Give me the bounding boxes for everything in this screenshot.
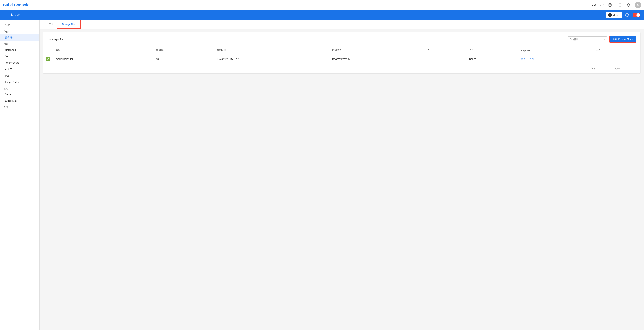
table-header: StorageShim × 创建 StorageShim <box>43 32 640 46</box>
sidebar-item-tensorboard[interactable]: TensorBoard <box>0 60 39 66</box>
app-title: Build Console <box>3 3 30 7</box>
search-clear-icon[interactable]: × <box>604 38 605 41</box>
apps-icon <box>617 3 621 7</box>
translate-icon: 文A <box>591 3 596 7</box>
table-container: StorageShim × 创建 StorageShim 名称 存 <box>43 32 640 73</box>
pagination: 10 行 ▾ ⟨| ‹ 1-1 总计 1 › |⟩ <box>43 64 640 73</box>
sort-icon[interactable]: ↓ <box>227 49 228 51</box>
tab-storageshim[interactable]: StorageShim <box>57 20 81 29</box>
sidebar-item-persistent-volume[interactable]: 持久卷 <box>0 34 39 41</box>
col-size: 大小 <box>424 46 466 54</box>
table-row: ✅ model-baichuan2 s3 10/24/2023 15:13:01… <box>43 54 640 64</box>
create-storageshim-button[interactable]: 创建 StorageShim <box>609 36 636 43</box>
svg-rect-7 <box>620 5 621 5</box>
rows-per-page-label: 10 行 <box>588 67 593 70</box>
next-page-button[interactable]: › <box>624 66 630 71</box>
sidebar-section-build: 构建 <box>0 41 39 47</box>
col-more: 更多 <box>593 46 640 54</box>
page-info: 1-1 总计 1 <box>611 67 622 70</box>
table-header-row: 名称 存储类型 创建时间 ↓ 访问模式 大小 阶段 Explorer 更多 <box>43 46 640 54</box>
demo-button[interactable]: demo <box>606 12 622 18</box>
row-phase: Bound <box>466 54 518 64</box>
close-button[interactable]: 关闭 <box>529 57 534 61</box>
demo-avatar <box>608 13 612 17</box>
col-access-mode: 访问模式 <box>329 46 424 54</box>
search-icon <box>570 38 572 41</box>
row-access-mode: ReadWriteMany <box>329 54 424 64</box>
sidebar-item-pod[interactable]: Pod <box>0 72 39 79</box>
col-explorer: Explorer <box>518 46 593 54</box>
row-explorer: 恢复 | 关闭 <box>518 54 593 64</box>
svg-rect-5 <box>618 5 618 5</box>
sub-header: 持久卷 demo <box>0 10 644 20</box>
svg-point-12 <box>570 38 572 40</box>
svg-rect-3 <box>619 3 620 4</box>
top-navbar: Build Console 文A 中文 ▾ <box>0 0 644 10</box>
search-box: × <box>568 36 607 42</box>
last-page-button[interactable]: |⟩ <box>631 66 636 71</box>
prev-page-button[interactable]: ‹ <box>603 66 608 71</box>
help-icon <box>608 3 612 7</box>
bell-icon <box>626 3 630 7</box>
main-layout: 总览 存储 持久卷 构建 Notebook Job TensorBoard Au… <box>0 20 644 330</box>
hamburger-menu[interactable] <box>4 13 8 17</box>
sidebar-section-storage: 存储 <box>0 28 39 34</box>
explorer-divider: | <box>527 57 529 60</box>
rows-per-page: 10 行 ▾ <box>588 67 595 70</box>
sidebar-section-assist: 辅助 <box>0 85 39 91</box>
notification-button[interactable] <box>625 2 632 8</box>
data-table: 名称 存储类型 创建时间 ↓ 访问模式 大小 阶段 Explorer 更多 <box>43 46 640 64</box>
demo-label: demo <box>613 14 619 16</box>
lang-selector[interactable]: 文A 中文 ▾ <box>591 3 604 7</box>
svg-rect-6 <box>619 5 620 5</box>
first-page-button[interactable]: ⟨| <box>597 66 602 71</box>
lang-label: 中文 <box>597 3 602 7</box>
sub-header-right: demo <box>606 12 640 18</box>
sidebar-section-about: 关于 <box>0 104 39 110</box>
sidebar-item-overview[interactable]: 总览 <box>0 21 39 28</box>
col-create-time: 创建时间 ↓ <box>214 46 329 54</box>
svg-rect-9 <box>619 6 620 6</box>
sidebar-item-secret[interactable]: Secret <box>0 91 39 98</box>
apps-button[interactable] <box>616 2 622 8</box>
restore-button[interactable]: 恢复 <box>521 57 526 61</box>
help-button[interactable] <box>606 2 613 8</box>
col-phase: 阶段 <box>466 46 518 54</box>
toggle-switch[interactable] <box>632 13 640 17</box>
table-title: StorageShim <box>48 37 66 41</box>
sidebar-item-job[interactable]: Job <box>0 53 39 60</box>
person-icon <box>636 3 640 7</box>
sidebar-item-autotune[interactable]: AutoTune <box>0 66 39 72</box>
sidebar-item-notebook[interactable]: Notebook <box>0 47 39 53</box>
svg-rect-2 <box>618 3 618 4</box>
top-nav-right: 文A 中文 ▾ <box>591 2 641 8</box>
row-name: model-baichuan2 <box>53 54 153 64</box>
refresh-icon <box>625 13 629 17</box>
row-size: - <box>424 54 466 64</box>
sidebar-item-configmap[interactable]: ConfigMap <box>0 98 39 104</box>
row-storage-type: s3 <box>153 54 214 64</box>
row-create-time: 10/24/2023 15:13:01 <box>214 54 329 64</box>
sidebar-item-image-builder[interactable]: Image Builder <box>0 79 39 85</box>
svg-point-11 <box>637 3 638 5</box>
tab-pvc[interactable]: PVC <box>43 20 57 28</box>
svg-line-13 <box>571 40 572 40</box>
col-status <box>43 46 53 54</box>
svg-rect-10 <box>620 6 621 6</box>
more-options-button[interactable]: ⋮ <box>596 56 602 61</box>
svg-rect-8 <box>618 6 618 6</box>
table-header-right: × 创建 StorageShim <box>568 36 636 43</box>
row-more: ⋮ <box>593 54 640 64</box>
col-name: 名称 <box>53 46 153 54</box>
status-success-icon: ✅ <box>46 57 50 61</box>
refresh-button[interactable] <box>624 12 630 18</box>
rows-dropdown-icon[interactable]: ▾ <box>594 67 595 70</box>
col-storage-type: 存储类型 <box>153 46 214 54</box>
tabs-bar: PVC StorageShim <box>40 20 644 29</box>
content-area: PVC StorageShim StorageShim × 创建 Storage… <box>40 20 644 330</box>
sidebar: 总览 存储 持久卷 构建 Notebook Job TensorBoard Au… <box>0 20 40 330</box>
avatar[interactable] <box>635 2 641 8</box>
sub-header-title: 持久卷 <box>11 13 606 17</box>
search-input[interactable] <box>574 38 602 41</box>
chevron-down-icon: ▾ <box>603 4 604 6</box>
